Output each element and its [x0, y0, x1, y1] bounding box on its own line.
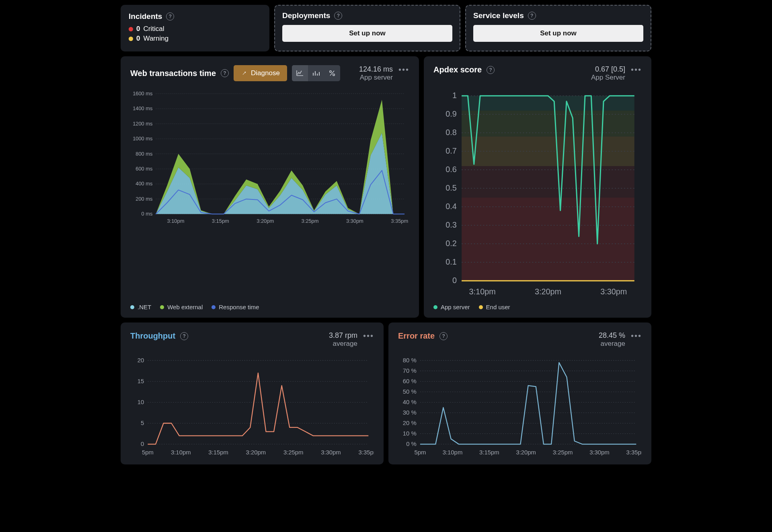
legend-label: App server: [441, 304, 470, 310]
error-rate-metric-sub: average: [599, 340, 625, 348]
legend-item[interactable]: End user: [479, 304, 510, 310]
throughput-chart: 051015205pm3:10pm3:15pm3:20pm3:25pm3:30p…: [130, 356, 374, 457]
svg-text:3:20pm: 3:20pm: [246, 449, 266, 456]
svg-text:3:20pm: 3:20pm: [257, 218, 274, 224]
line-chart-icon[interactable]: [292, 65, 308, 81]
legend-item[interactable]: Response time: [211, 304, 259, 310]
help-icon[interactable]: ?: [487, 66, 495, 74]
legend-dot-icon: [130, 305, 134, 309]
svg-text:1600 ms: 1600 ms: [133, 90, 152, 97]
throughput-metric-value: 3.87 rpm: [329, 331, 357, 340]
legend-label: Response time: [219, 304, 259, 310]
svg-text:3:35pm: 3:35pm: [626, 449, 642, 456]
svg-text:20 %: 20 %: [403, 420, 417, 426]
throughput-metric: 3.87 rpm average: [329, 331, 357, 348]
incident-count: 0: [136, 25, 140, 33]
svg-text:400 ms: 400 ms: [136, 181, 152, 187]
throughput-title: Throughput: [130, 331, 175, 341]
svg-text:3:10pm: 3:10pm: [171, 449, 191, 456]
legend-dot-icon: [160, 305, 164, 309]
incidents-title: Incidents: [129, 12, 162, 21]
diagnose-label: Diagnose: [251, 69, 280, 77]
legend-label: End user: [486, 304, 510, 310]
svg-text:3:35pm: 3:35pm: [391, 218, 408, 224]
incidents-card: Incidents ? 0 Critical 0 Warning: [121, 5, 269, 51]
help-icon[interactable]: ?: [439, 332, 448, 340]
svg-text:0: 0: [452, 276, 457, 285]
bar-chart-icon[interactable]: [308, 65, 324, 81]
svg-text:0.9: 0.9: [446, 109, 457, 118]
svg-text:10: 10: [138, 399, 144, 405]
diagnose-button[interactable]: → Diagnose: [234, 65, 287, 81]
svg-text:5pm: 5pm: [142, 449, 154, 456]
svg-text:40 %: 40 %: [403, 399, 417, 405]
web-chart: 0 ms200 ms400 ms600 ms800 ms1000 ms1200 …: [130, 90, 409, 225]
legend-dot-icon: [479, 305, 483, 309]
apdex-metric-sub: App Server: [591, 74, 625, 82]
deployments-setup-button[interactable]: Set up now: [282, 25, 452, 42]
web-metric: 124.16 ms App server: [359, 65, 393, 82]
web-transactions-card: Web transactions time ? → Diagnose: [121, 56, 419, 318]
svg-text:3:15pm: 3:15pm: [208, 449, 228, 456]
svg-text:0.8: 0.8: [446, 128, 457, 137]
percent-icon[interactable]: [324, 65, 340, 81]
legend-dot-icon: [211, 305, 216, 309]
svg-text:70 %: 70 %: [403, 368, 417, 374]
incident-line: 0 Warning: [129, 35, 261, 43]
service-levels-setup-button[interactable]: Set up now: [473, 25, 643, 42]
legend-item[interactable]: App server: [433, 304, 470, 310]
help-icon[interactable]: ?: [528, 12, 536, 20]
svg-text:3:30pm: 3:30pm: [589, 449, 610, 456]
svg-point-1: [333, 74, 335, 76]
help-icon[interactable]: ?: [180, 332, 188, 340]
apdex-metric: 0.67 [0.5] App Server: [591, 65, 625, 82]
svg-text:3:10pm: 3:10pm: [443, 449, 463, 456]
svg-text:1400 ms: 1400 ms: [133, 105, 152, 111]
deployments-card: Deployments ? Set up now: [274, 5, 460, 51]
legend-item[interactable]: .NET: [130, 304, 151, 310]
svg-text:3:20pm: 3:20pm: [516, 449, 536, 456]
svg-text:1000 ms: 1000 ms: [133, 136, 152, 142]
svg-text:0.4: 0.4: [446, 202, 457, 211]
chart-view-toggle: [292, 65, 340, 81]
help-icon[interactable]: ?: [334, 12, 342, 20]
error-rate-metric: 28.45 % average: [599, 331, 625, 348]
svg-text:0: 0: [141, 441, 144, 447]
incident-count: 0: [136, 35, 140, 43]
svg-text:200 ms: 200 ms: [136, 196, 152, 202]
svg-point-0: [330, 71, 332, 73]
svg-text:3:15pm: 3:15pm: [479, 449, 499, 456]
svg-text:0.5: 0.5: [446, 183, 457, 192]
svg-text:3:35pm: 3:35pm: [358, 449, 374, 456]
svg-text:3:25pm: 3:25pm: [302, 218, 319, 224]
svg-text:1: 1: [452, 91, 457, 100]
web-metric-value: 124.16 ms: [359, 65, 393, 74]
incident-line: 0 Critical: [129, 25, 261, 33]
svg-text:3:30pm: 3:30pm: [346, 218, 363, 224]
svg-text:1200 ms: 1200 ms: [133, 121, 152, 127]
more-icon[interactable]: •••: [631, 65, 642, 74]
more-icon[interactable]: •••: [363, 331, 374, 341]
svg-text:800 ms: 800 ms: [136, 151, 152, 157]
more-icon[interactable]: •••: [398, 65, 409, 74]
apdex-chart: 00.10.20.30.40.50.60.70.80.913:10pm3:20p…: [433, 90, 642, 298]
svg-text:50 %: 50 %: [403, 388, 417, 395]
svg-text:0.7: 0.7: [446, 146, 457, 155]
help-icon[interactable]: ?: [166, 12, 174, 21]
svg-text:30 %: 30 %: [403, 409, 417, 416]
service-levels-card: Service levels ? Set up now: [465, 5, 651, 51]
svg-text:80 %: 80 %: [403, 357, 417, 364]
legend-item[interactable]: Web external: [160, 304, 203, 310]
error-rate-metric-value: 28.45 %: [599, 331, 625, 340]
help-icon[interactable]: ?: [221, 69, 229, 77]
svg-rect-26: [462, 197, 634, 281]
apdex-card: Apdex score ? 0.67 [0.5] App Server ••• …: [424, 56, 651, 318]
incident-label: Warning: [143, 35, 168, 43]
apdex-title: Apdex score: [433, 65, 482, 74]
svg-text:3:30pm: 3:30pm: [321, 449, 341, 456]
more-icon[interactable]: •••: [631, 331, 642, 341]
svg-text:3:25pm: 3:25pm: [283, 449, 304, 456]
legend-label: .NET: [138, 304, 151, 310]
svg-text:15: 15: [138, 378, 144, 384]
status-dot-icon: [129, 37, 133, 41]
